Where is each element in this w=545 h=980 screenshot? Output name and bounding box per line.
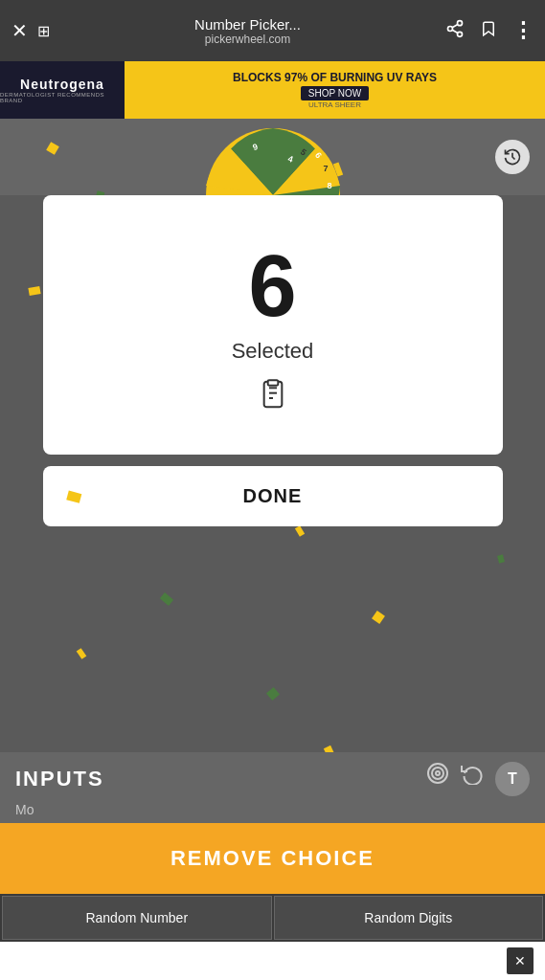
- wheel-area: 4 5 6 7 8 9: [0, 119, 545, 195]
- ad-content: BLOCKS 97% OF BURNING UV RAYS SHOP NOW U…: [125, 61, 545, 119]
- confetti-14: [77, 648, 87, 659]
- remove-choice-button[interactable]: REMOVE CHOICE: [0, 823, 545, 894]
- done-area: DONE: [43, 466, 503, 526]
- mode-row: Mo: [0, 802, 545, 823]
- ad-brand-sub: DERMATOLOGIST RECOMMENDS BRAND: [0, 92, 125, 103]
- bookmark-icon[interactable]: [480, 19, 497, 43]
- inputs-title: INPUTS: [15, 767, 104, 791]
- result-modal: 6 Selected: [43, 195, 503, 455]
- confetti-11: [160, 592, 173, 606]
- clipboard-icon[interactable]: [258, 379, 288, 416]
- more-menu-icon[interactable]: ⋮: [512, 18, 534, 43]
- result-number: 6: [248, 243, 296, 329]
- target-icon[interactable]: [426, 762, 449, 796]
- remove-choice-label: REMOVE CHOICE: [170, 846, 375, 871]
- svg-line-3: [452, 30, 458, 33]
- confetti-done-left: [66, 490, 81, 502]
- history-icon[interactable]: [495, 140, 530, 174]
- confetti-9: [295, 525, 305, 537]
- ad-brand-name: Neutrogena: [20, 77, 104, 92]
- avatar[interactable]: T: [495, 762, 530, 796]
- close-button[interactable]: ✕: [507, 947, 534, 974]
- browser-bar: ✕ ⊞ Number Picker... pickerwheel.com ⋮: [0, 0, 545, 61]
- bottom-section: INPUTS T Mo REMOVE CHOICE Random Number …: [0, 752, 545, 980]
- page-url: pickerwheel.com: [205, 33, 290, 46]
- ad-banner: Neutrogena DERMATOLOGIST RECOMMENDS BRAN…: [0, 61, 545, 119]
- svg-point-18: [432, 768, 443, 779]
- svg-text:7: 7: [323, 164, 328, 173]
- browser-title-area: Number Picker... pickerwheel.com: [59, 16, 436, 46]
- svg-point-0: [458, 20, 463, 25]
- share-icon[interactable]: [445, 19, 465, 43]
- inputs-header: INPUTS T: [0, 752, 545, 802]
- confetti-12: [372, 611, 385, 624]
- wheel-svg: 4 5 6 7 8 9: [129, 119, 417, 195]
- result-label: Selected: [232, 339, 314, 364]
- confetti-15: [266, 687, 280, 701]
- random-number-button[interactable]: Random Number: [2, 896, 272, 940]
- inputs-icons-group: T: [426, 762, 530, 796]
- ad-headline: BLOCKS 97% OF BURNING UV RAYS: [233, 71, 437, 84]
- svg-point-1: [448, 26, 453, 31]
- svg-point-2: [458, 32, 463, 36]
- ad-shop-button[interactable]: SHOP NOW: [301, 86, 369, 100]
- ad-brand: Neutrogena DERMATOLOGIST RECOMMENDS BRAN…: [0, 61, 125, 119]
- svg-text:8: 8: [327, 181, 331, 190]
- tabs-icon[interactable]: ⊞: [37, 22, 50, 40]
- random-buttons-row: Random Number Random Digits: [0, 894, 545, 942]
- refresh-icon[interactable]: [461, 762, 484, 796]
- confetti-13: [497, 554, 505, 563]
- svg-rect-16: [267, 380, 278, 385]
- page-title: Number Picker...: [194, 16, 301, 33]
- close-tab-icon[interactable]: ✕: [11, 19, 28, 42]
- modal-area: 6 Selected DONE: [0, 195, 545, 526]
- close-bar: ✕: [0, 942, 545, 980]
- mode-label: Mo: [15, 802, 34, 817]
- ad-sub: ULTRA SHEER: [308, 100, 361, 109]
- done-button[interactable]: DONE: [243, 485, 303, 507]
- svg-point-19: [436, 771, 440, 775]
- svg-line-4: [452, 24, 458, 27]
- browser-actions: ⋮: [445, 18, 534, 43]
- random-digits-button[interactable]: Random Digits: [274, 896, 544, 940]
